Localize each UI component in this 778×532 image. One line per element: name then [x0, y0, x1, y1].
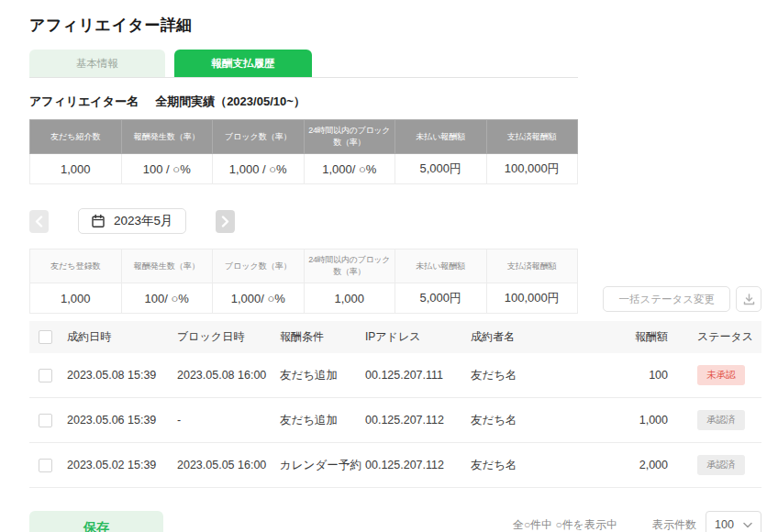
month-summary-row: 友だち登録数 報酬発生数（率） ブロック数（率） 24時間以内のブロック数（率）… — [29, 249, 761, 314]
display-count-row: 全○件中 ○件を表示中 表示件数 100 — [513, 511, 761, 532]
summary-month-value: 1,000 — [30, 283, 122, 314]
summary-month-header: 24時間以内のブロック数（率） — [304, 249, 395, 283]
summary-month-value: 1,000/ ○% — [213, 283, 305, 314]
records-header-row: 成約日時 ブロック日時 報酬条件 IPアドレス 成約者名 報酬額 ステータス — [29, 321, 761, 353]
summary-month-header: 支払済報酬額 — [486, 249, 578, 283]
summary-month-header: ブロック数（率） — [213, 249, 305, 283]
month-navigation: 2023年5月 — [29, 208, 761, 234]
summary-month-header-row: 友だち登録数 報酬発生数（率） ブロック数（率） 24時間以内のブロック数（率）… — [30, 249, 578, 283]
status-badge: 承認済 — [697, 410, 745, 430]
summary-all-value: 1,000 / ○% — [213, 154, 305, 184]
cell-block-date: 2023.05.08 16:00 — [177, 353, 280, 398]
tab-basic-info-label: 基本情報 — [76, 57, 118, 71]
cell-contract-date: 2023.05.02 15:39 — [67, 443, 177, 488]
page-size-select[interactable]: 100 — [706, 511, 761, 532]
records-table: 成約日時 ブロック日時 報酬条件 IPアドレス 成約者名 報酬額 ステータス 2… — [29, 321, 761, 488]
footer-pagination-area: 全○件中 ○件を表示中 表示件数 100 ← 1 2 3 4 5 — [513, 511, 761, 532]
summary-all-value-row: 1,000 100 / ○% 1,000 / ○% 1,000/ ○% 5,00… — [30, 154, 578, 184]
summary-all-value: 1,000/ ○% — [304, 154, 395, 184]
cell-customer: 友だち名 — [471, 353, 596, 398]
summary-month-value: 100/ ○% — [121, 283, 213, 314]
summary-month-header: 報酬発生数（率） — [121, 249, 213, 283]
tab-reward-history[interactable]: 報酬支払履歴 — [174, 50, 312, 77]
page-title: アフィリエイター詳細 — [29, 15, 761, 36]
page-size-value: 100 — [715, 518, 734, 531]
save-button[interactable]: 保存 — [29, 511, 163, 532]
records-header-customer: 成約者名 — [471, 321, 596, 353]
summary-all-table: 友だち紹介数 報酬発生数（率） ブロック数（率） 24時間以内のブロック数（率）… — [29, 119, 578, 184]
prev-month-button[interactable] — [29, 210, 49, 233]
summary-all-header: 未払い報酬額 — [395, 120, 487, 154]
cell-contract-date: 2023.05.08 15:39 — [67, 353, 177, 398]
summary-month-header: 未払い報酬額 — [395, 249, 487, 283]
download-button[interactable] — [736, 286, 761, 312]
cell-contract-date: 2023.05.06 15:39 — [67, 398, 177, 443]
cell-reward: 1,000 — [596, 398, 668, 443]
footer: 保存 戻る 全○件中 ○件を表示中 表示件数 100 ← 1 2 3 — [29, 511, 761, 532]
summary-all-value: 100 / ○% — [121, 154, 213, 184]
chevron-left-icon — [35, 216, 43, 227]
row-checkbox[interactable] — [39, 369, 52, 382]
select-all-checkbox[interactable] — [39, 330, 52, 344]
cell-condition: 友だち追加 — [280, 398, 365, 443]
table-actions: 一括ステータス変更 — [603, 286, 761, 312]
summary-month-value: 100,000円 — [486, 283, 578, 314]
next-month-button[interactable] — [216, 210, 235, 233]
summary-month-value: 5,000円 — [395, 283, 487, 314]
cell-block-date: - — [177, 398, 280, 443]
summary-month-value-row: 1,000 100/ ○% 1,000/ ○% 1,000 5,000円 100… — [30, 283, 578, 314]
row-checkbox[interactable] — [39, 414, 52, 427]
status-badge: 承認済 — [697, 455, 745, 475]
subheader: アフィリエイター名 全期間実績（2023/05/10~） — [29, 94, 761, 110]
calendar-icon — [91, 214, 106, 228]
cell-ip: 00.125.207.111 — [365, 353, 471, 398]
chevron-right-icon — [221, 216, 229, 227]
summary-all-header: 友だち紹介数 — [30, 120, 122, 154]
summary-all-value: 1,000 — [30, 154, 122, 184]
affiliate-detail-page: アフィリエイター詳細 基本情報 報酬支払履歴 アフィリエイター名 全期間実績（2… — [0, 0, 778, 532]
cell-customer: 友だち名 — [471, 398, 596, 443]
records-header-status: ステータス — [668, 321, 761, 353]
records-header-condition: 報酬条件 — [280, 321, 365, 353]
summary-all-header: 支払済報酬額 — [486, 120, 578, 154]
display-count-text: 全○件中 ○件を表示中 — [513, 517, 617, 532]
records-header-contract-date: 成約日時 — [67, 321, 177, 353]
page-size-label: 表示件数 — [652, 517, 696, 532]
cell-block-date: 2023.05.05 16:00 — [177, 443, 280, 488]
cell-condition: カレンダー予約 — [280, 443, 365, 488]
period-label: 全期間実績（2023/05/10~） — [155, 94, 306, 110]
table-row: 2023.05.02 15:39 2023.05.05 16:00 カレンダー予… — [29, 443, 761, 488]
download-icon — [742, 293, 756, 306]
month-label: 2023年5月 — [114, 213, 173, 229]
summary-all-header: 24時間以内のブロック数（率） — [304, 120, 395, 154]
summary-month-header: 友だち登録数 — [30, 249, 122, 283]
chevron-down-icon — [743, 522, 752, 528]
affiliate-name-label: アフィリエイター名 — [29, 94, 139, 110]
cell-customer: 友だち名 — [471, 443, 596, 488]
cell-reward: 100 — [596, 353, 668, 398]
status-badge: 未承認 — [697, 365, 745, 385]
records-header-block-date: ブロック日時 — [177, 321, 280, 353]
month-picker[interactable]: 2023年5月 — [78, 208, 186, 234]
footer-buttons: 保存 戻る — [29, 511, 163, 532]
row-checkbox[interactable] — [39, 459, 52, 472]
summary-all-value: 5,000円 — [395, 154, 487, 184]
summary-all-header: 報酬発生数（率） — [121, 120, 213, 154]
table-row: 2023.05.08 15:39 2023.05.08 16:00 友だち追加 … — [29, 353, 761, 398]
tab-basic-info[interactable]: 基本情報 — [29, 50, 165, 77]
cell-ip: 00.125.207.112 — [365, 443, 471, 488]
summary-month-value: 1,000 — [304, 283, 395, 314]
cell-reward: 2,000 — [596, 443, 668, 488]
summary-month-table: 友だち登録数 報酬発生数（率） ブロック数（率） 24時間以内のブロック数（率）… — [29, 249, 578, 314]
records-header-reward: 報酬額 — [596, 321, 668, 353]
cell-ip: 00.125.207.112 — [365, 398, 471, 443]
tab-reward-history-label: 報酬支払履歴 — [212, 57, 275, 71]
summary-all-header: ブロック数（率） — [213, 120, 305, 154]
cell-condition: 友だち追加 — [280, 353, 365, 398]
bulk-status-change-button[interactable]: 一括ステータス変更 — [603, 286, 730, 312]
table-row: 2023.05.06 15:39 - 友だち追加 00.125.207.112 … — [29, 398, 761, 443]
records-header-ip: IPアドレス — [365, 321, 471, 353]
bulk-status-change-label: 一括ステータス変更 — [618, 293, 715, 306]
summary-all-value: 100,000円 — [486, 154, 578, 184]
tab-bar: 基本情報 報酬支払履歴 — [29, 50, 578, 78]
